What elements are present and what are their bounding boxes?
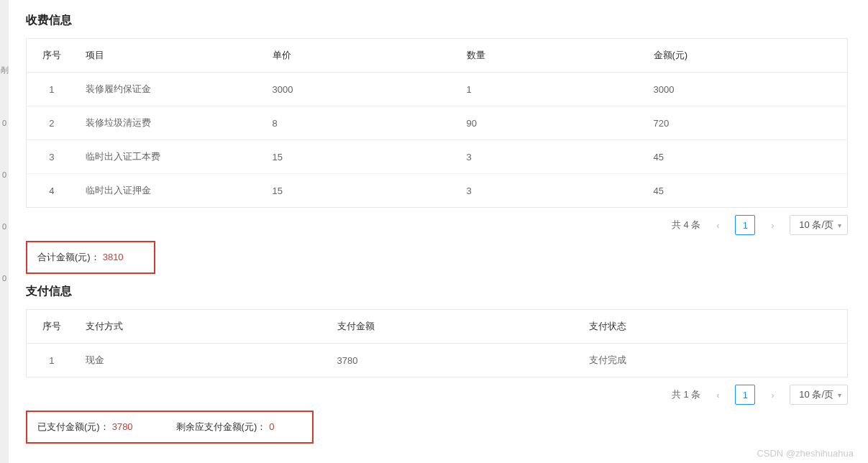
cell-idx: 2 (27, 106, 77, 140)
cell-price: 8 (264, 106, 458, 140)
pagination-total: 共 4 条 (672, 219, 700, 232)
cell-idx: 3 (27, 140, 77, 174)
total-value: 3810 (103, 252, 124, 262)
page-number-button[interactable]: 1 (735, 385, 755, 405)
table-row: 2 装修垃圾清运费 8 90 720 (27, 106, 848, 140)
pay-table: 序号 支付方式 支付金额 支付状态 1 现金 3780 支付完成 (26, 309, 848, 377)
cell-amt: 3780 (329, 344, 580, 377)
cell-item: 装修履约保证金 (77, 73, 264, 106)
strip-char: 0 (2, 274, 6, 283)
watermark: CSDN @zheshihuahua (757, 448, 854, 459)
fee-pagination: 共 4 条 ‹ 1 › 10 条/页 ▾ (26, 215, 848, 235)
next-page-button[interactable]: › (762, 385, 782, 405)
sidebar-scrollbar-area: 剮 0 0 0 0 (0, 0, 9, 463)
table-row: 1 装修履约保证金 3000 1 3000 (27, 73, 848, 106)
pagesize-select[interactable]: 10 条/页 ▾ (790, 215, 848, 235)
total-amount-box: 合计金额(元)：3810 (26, 241, 155, 274)
cell-idx: 1 (27, 344, 77, 377)
cell-status: 支付完成 (580, 344, 848, 377)
th-idx: 序号 (27, 39, 77, 73)
strip-char: 剮 (1, 65, 9, 75)
cell-price: 15 (264, 140, 458, 174)
remain-value: 0 (269, 421, 274, 432)
cell-method: 现金 (77, 344, 329, 377)
chevron-left-icon: ‹ (716, 220, 719, 231)
cell-qty: 3 (458, 140, 645, 174)
th-idx: 序号 (27, 310, 77, 344)
chevron-right-icon: › (771, 220, 774, 231)
chevron-left-icon: ‹ (716, 390, 719, 400)
cell-amt: 45 (645, 174, 848, 208)
strip-char: 0 (2, 119, 6, 127)
fee-table: 序号 项目 单价 数量 金额(元) 1 装修履约保证金 3000 1 3000 … (26, 38, 848, 208)
pay-pagination: 共 1 条 ‹ 1 › 10 条/页 ▾ (26, 385, 848, 405)
cell-item: 装修垃圾清运费 (77, 106, 264, 140)
table-row: 4 临时出入证押金 15 3 45 (27, 174, 848, 208)
cell-qty: 3 (458, 174, 645, 208)
pagination-total: 共 1 条 (672, 388, 700, 401)
total-label: 合计金额(元)： (37, 252, 100, 262)
table-row: 3 临时出入证工本费 15 3 45 (27, 140, 848, 174)
chevron-down-icon: ▾ (838, 391, 841, 399)
paid-remaining-box: 已支付金额(元)：3780 剩余应支付金额(元)：0 (26, 411, 314, 444)
cell-qty: 1 (458, 73, 645, 106)
chevron-down-icon: ▾ (838, 221, 841, 229)
page-number-button[interactable]: 1 (735, 215, 755, 235)
th-amt: 金额(元) (645, 39, 848, 73)
strip-char: 0 (2, 170, 6, 179)
table-row: 1 现金 3780 支付完成 (27, 344, 848, 377)
cell-item: 临时出入证工本费 (77, 140, 264, 174)
cell-amt: 45 (645, 140, 848, 174)
th-amt: 支付金额 (329, 310, 580, 344)
strip-char: 0 (2, 222, 6, 231)
th-price: 单价 (264, 39, 458, 73)
cell-item: 临时出入证押金 (77, 174, 264, 208)
th-method: 支付方式 (77, 310, 329, 344)
pagesize-select[interactable]: 10 条/页 ▾ (790, 385, 848, 405)
cell-idx: 1 (27, 73, 77, 106)
pagesize-label: 10 条/页 (799, 219, 833, 232)
cell-price: 3000 (264, 73, 458, 106)
cell-price: 15 (264, 174, 458, 208)
th-item: 项目 (77, 39, 264, 73)
section-title-fee: 收费信息 (26, 13, 848, 28)
paid-value: 3780 (112, 421, 133, 432)
prev-page-button[interactable]: ‹ (708, 215, 728, 235)
paid-label: 已支付金额(元)： (37, 421, 109, 432)
cell-idx: 4 (27, 174, 77, 208)
section-title-pay: 支付信息 (26, 284, 848, 299)
remain-label: 剩余应支付金额(元)： (176, 421, 267, 432)
chevron-right-icon: › (771, 390, 774, 400)
th-status: 支付状态 (580, 310, 848, 344)
prev-page-button[interactable]: ‹ (708, 385, 728, 405)
pagesize-label: 10 条/页 (799, 388, 833, 401)
th-qty: 数量 (458, 39, 645, 73)
cell-qty: 90 (458, 106, 645, 140)
next-page-button[interactable]: › (762, 215, 782, 235)
cell-amt: 720 (645, 106, 848, 140)
cell-amt: 3000 (645, 73, 848, 106)
